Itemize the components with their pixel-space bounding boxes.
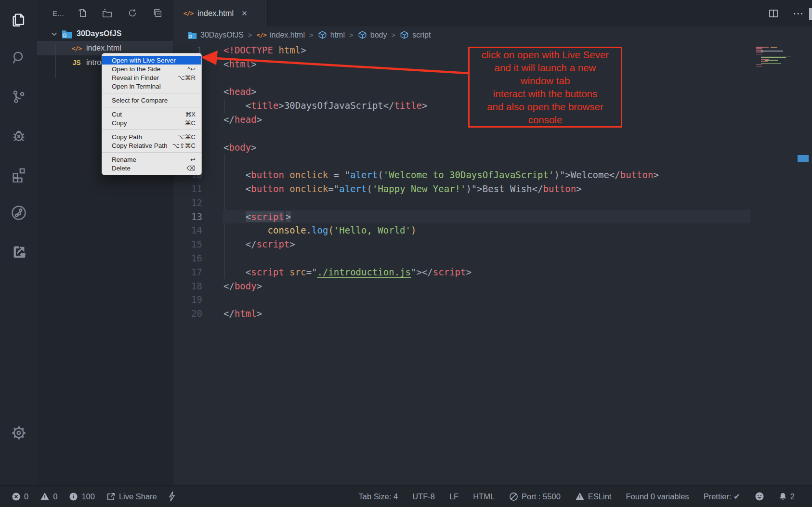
status-item-found-0-variables[interactable]: Found 0 variables — [626, 492, 689, 501]
tab-bar: </> index.html ✕ ⋯ — [173, 0, 812, 26]
status-bar: 00100Live Share Tab Size: 4UTF-8LFHTMLPo… — [0, 485, 812, 507]
status-item-live-share[interactable]: Live Share — [106, 492, 157, 501]
code-line-15[interactable]: 15 </script> — [173, 237, 812, 251]
breadcrumb-item-html[interactable]: html — [318, 30, 345, 39]
explorer-header: E... — [37, 0, 173, 26]
status-item-label: ESLint — [588, 492, 612, 501]
menu-item-delete[interactable]: Delete⌫ — [102, 164, 201, 172]
error-icon — [12, 492, 21, 501]
line-number: 17 — [173, 265, 202, 279]
status-item-2[interactable]: 2 — [779, 492, 795, 501]
menu-item-copy-relative-path[interactable]: Copy Relative Path⌥⇧⌘C — [102, 141, 201, 150]
html-icon: </> — [257, 31, 266, 39]
status-item-utf-8[interactable]: UTF-8 — [412, 492, 435, 501]
status-item-label: Found 0 variables — [626, 492, 689, 501]
status-item-label: 0 — [24, 492, 28, 501]
refresh-icon[interactable] — [127, 8, 138, 18]
source-control-icon[interactable] — [0, 81, 37, 113]
line-number: 18 — [173, 279, 202, 293]
status-item-port-5500[interactable]: Port : 5500 — [509, 492, 561, 501]
status-item-0[interactable]: 0 — [12, 492, 28, 501]
status-item-eslint[interactable]: ESLint — [575, 492, 612, 501]
warning-filled-icon — [575, 492, 585, 501]
tab-label: index.html — [197, 9, 234, 18]
status-item-label: LF — [449, 492, 458, 501]
menu-item-rename[interactable]: Rename↩ — [102, 155, 201, 164]
split-editor-icon[interactable] — [768, 8, 779, 19]
status-item-html[interactable]: HTML — [473, 492, 495, 501]
code-line-14[interactable]: 14 console.log('Hello, World') — [173, 223, 812, 237]
code-line-17[interactable]: 17 <script src="./introduction.js"></scr… — [173, 265, 812, 279]
code-line-8[interactable]: 8<body> — [173, 141, 812, 155]
search-icon[interactable] — [0, 42, 37, 74]
code-line-9[interactable]: 9 — [173, 154, 812, 168]
html-file-icon: </> — [183, 10, 194, 17]
line-number: 15 — [173, 237, 202, 251]
close-icon[interactable]: ✕ — [241, 9, 248, 18]
annotation-line: window tab — [470, 74, 621, 87]
menu-item-open-to-the-side[interactable]: Open to the Side^↩ — [102, 65, 201, 73]
menu-item-copy[interactable]: Copy⌘C — [102, 118, 201, 127]
code-line-12[interactable]: 12 — [173, 196, 812, 210]
explorer-icon[interactable] — [0, 4, 37, 36]
warning-icon — [40, 492, 50, 501]
menu-item-open-in-terminal[interactable]: Open in Terminal — [102, 82, 201, 91]
status-item-label: Prettier: ✔ — [704, 492, 740, 501]
scrollbar-thumb[interactable] — [809, 8, 812, 20]
breadcrumb-item-30daysofjs[interactable]: 30DaysOfJS — [188, 31, 244, 39]
code-line-19[interactable]: 19 — [173, 293, 812, 307]
folder-icon — [188, 31, 197, 39]
js-file-icon: JS — [71, 59, 82, 66]
new-folder-icon[interactable] — [102, 8, 113, 19]
menu-item-open-with-live-server[interactable]: Open with Live Server — [102, 56, 201, 65]
status-item-0[interactable]: 0 — [40, 492, 57, 501]
line-number: 19 — [173, 293, 202, 307]
circle-slash-icon — [509, 492, 518, 501]
status-item-label: 100 — [81, 492, 95, 501]
share-box-icon — [106, 492, 116, 501]
line-number: 12 — [173, 196, 202, 210]
chevron-down-icon — [51, 30, 58, 38]
debug-icon[interactable] — [0, 120, 37, 152]
status-item-tab-size-4[interactable]: Tab Size: 4 — [359, 492, 398, 501]
status-item-label: 2 — [790, 492, 795, 501]
line-number: 13 — [173, 210, 202, 224]
line-number: 20 — [173, 307, 202, 321]
annotation-line: and it will launch a new — [470, 61, 621, 74]
code-line-20[interactable]: 20</html> — [173, 307, 812, 321]
status-item-prettier-[interactable]: Prettier: ✔ — [704, 492, 740, 501]
breadcrumb-separator: > — [391, 31, 395, 39]
live-share-icon[interactable] — [0, 197, 37, 229]
new-file-icon[interactable] — [77, 8, 87, 18]
breadcrumb-item-body[interactable]: body — [358, 30, 387, 39]
file-label: index.html — [86, 44, 121, 52]
more-actions-icon[interactable]: ⋯ — [793, 7, 803, 19]
sidebar-item-folder-30daysofjs[interactable]: 30DaysOfJS — [37, 26, 173, 41]
code-line-11[interactable]: 11 <button onclick="alert('Happy New Yea… — [173, 182, 812, 196]
breadcrumb-item-script[interactable]: script — [400, 30, 431, 39]
breadcrumb-separator: > — [248, 31, 252, 39]
code-line-18[interactable]: 18</body> — [173, 279, 812, 293]
status-item-smiley[interactable] — [755, 492, 764, 501]
menu-item-copy-path[interactable]: Copy Path⌥⌘C — [102, 132, 201, 141]
menu-item-reveal-in-finder[interactable]: Reveal in Finder⌥⌘R — [102, 73, 201, 82]
code-line-7[interactable]: 7 — [173, 127, 812, 141]
breadcrumb-item-index-html[interactable]: </>index.html — [257, 31, 305, 39]
tab-index-html[interactable]: </> index.html ✕ — [173, 0, 268, 26]
status-item-100[interactable]: 100 — [69, 492, 95, 501]
annotation-line: interact with the buttons — [470, 87, 621, 100]
share-icon[interactable] — [0, 235, 37, 267]
menu-item-select-for-compare[interactable]: Select for Compare — [102, 96, 201, 104]
minimap[interactable] — [756, 47, 797, 67]
menu-item-cut[interactable]: Cut⌘X — [102, 110, 201, 118]
code-line-10[interactable]: 10 <button onclick = "alert('Welcome to … — [173, 168, 812, 182]
annotation-line: click on open with Live Sever — [470, 48, 621, 61]
smiley-icon — [755, 492, 764, 501]
collapse-all-icon[interactable] — [152, 8, 163, 18]
status-item-bolt[interactable] — [169, 491, 175, 502]
settings-gear-icon[interactable] — [0, 417, 37, 449]
code-line-16[interactable]: 16 — [173, 251, 812, 265]
status-item-lf[interactable]: LF — [449, 492, 458, 501]
code-line-13[interactable]: 13 <script> — [173, 210, 812, 224]
extensions-icon[interactable] — [0, 158, 37, 190]
